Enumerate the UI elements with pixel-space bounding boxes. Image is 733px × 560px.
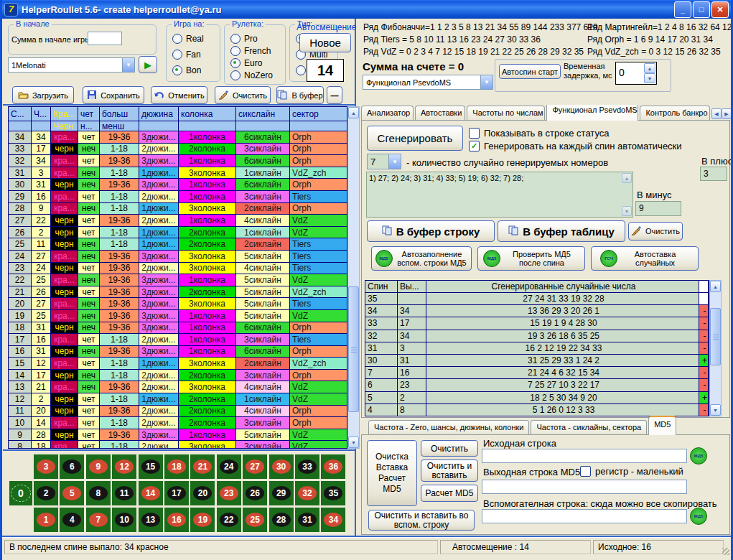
spinner-down-button[interactable]: ▼ — [644, 73, 655, 83]
header-cell[interactable]: Спин — [365, 281, 398, 293]
md5-aux-icon[interactable]: МД5 — [690, 508, 707, 525]
scroll-up-button[interactable]: ▲ — [710, 281, 721, 292]
header-cell[interactable]: Черн — [51, 121, 78, 131]
board-number-cell[interactable]: 25 — [243, 508, 267, 532]
board-number-cell[interactable]: 3 — [34, 454, 58, 479]
table-row[interactable]: 1831черннеч19-363дюжи...1колонка6сиклайн… — [9, 322, 347, 335]
chevron-down-icon[interactable]: ▼ — [388, 154, 401, 169]
copy-row-button[interactable]: В буфер строку — [367, 220, 495, 242]
board-number-cell[interactable]: 8 — [86, 481, 111, 505]
header-cell[interactable]: дюжина — [139, 107, 179, 121]
tab-частота-сиклайны-сектора[interactable]: Частота - сиклайны, сектора — [531, 420, 647, 435]
autogen-checkbox[interactable]: ✓ Генерировать на каждый спин автоматиче… — [469, 141, 682, 151]
plus-field[interactable]: 3 — [700, 167, 727, 181]
chevron-down-icon[interactable]: ▼ — [122, 58, 134, 72]
table-row[interactable]: 3434кра...чет19-363дюжи...1колонка6сикла… — [9, 131, 347, 144]
отменить-button[interactable]: Отменить — [151, 86, 207, 104]
header-cell[interactable] — [290, 121, 347, 131]
board-number-cell[interactable]: 29 — [269, 481, 294, 505]
board-number-cell[interactable]: 7 — [86, 508, 111, 532]
board-number-cell[interactable]: 2 — [34, 481, 58, 505]
tab-scroll-left-button[interactable]: ◀ — [711, 108, 722, 119]
play-button[interactable]: ▶ — [139, 56, 157, 73]
tab-контроль-банкро[interactable]: Контроль банкро — [640, 106, 710, 121]
board-number-cell[interactable]: 27 — [243, 454, 267, 479]
radio-game-real[interactable]: Real — [172, 34, 204, 44]
table-row[interactable]: 313кра...неч1-181дюжи...3колонка1сиклайн… — [9, 167, 347, 179]
md5-run-icon[interactable]: МД5 — [690, 447, 707, 465]
generated-textarea[interactable]: 1) 27; 2) 24; 3) 31; 4) 33; 5) 19; 6) 32… — [366, 172, 633, 218]
board-number-cell[interactable]: 24 — [217, 454, 241, 479]
chevron-down-icon[interactable]: ▼ — [480, 75, 492, 89]
board-number-cell[interactable]: 16 — [164, 508, 189, 532]
table-row[interactable]: 2225кра...неч19-363дюжи...1колонка5сикла… — [9, 274, 347, 286]
profile-combobox[interactable]: 1Melonati ▼ — [8, 57, 135, 73]
board-number-cell[interactable]: 22 — [217, 508, 241, 532]
table-row[interactable]: 2511черннеч1-181дюжи...2колонка2сиклайнT… — [9, 238, 347, 251]
new-shift-button[interactable]: Новое — [299, 33, 351, 52]
generate-button[interactable]: Сгенерировать — [367, 126, 463, 151]
board-number-cell[interactable]: 4 — [60, 508, 84, 532]
board-number-cell[interactable]: 21 — [190, 454, 215, 479]
gen-table-row[interactable]: 71621 24 4 6 32 15 34- — [365, 367, 709, 379]
table-row[interactable]: 2722чернчет19-362дюжи...1колонка4сиклайн… — [9, 215, 347, 227]
scroll-down-button[interactable]: ▼ — [710, 404, 721, 416]
gen-table-row[interactable]: 485 1 26 0 12 3 33- — [365, 404, 709, 416]
function-combobox[interactable]: Функционал PsevdoMS ▼ — [363, 75, 493, 90]
gen-table-row[interactable]: 5218 2 5 30 34 9 20+ — [365, 392, 709, 404]
minus-field[interactable]: 9 — [635, 201, 681, 216]
gen-table-row[interactable]: 303131 25 29 33 1 24 2+ — [365, 355, 709, 367]
header-cell[interactable]: Вы... — [398, 281, 426, 293]
scroll-up-button[interactable]: ▲ — [622, 173, 632, 183]
table-row[interactable]: 2324чернчет19-362дюжи...3колонка4сиклайн… — [9, 263, 347, 275]
board-number-cell[interactable]: 9 — [86, 454, 111, 479]
lowercase-checkbox[interactable]: регистр - маленький — [580, 466, 683, 477]
window-titlebar[interactable]: 7 HelperRoullet 5.6- create helperroulle… — [0, 0, 733, 19]
board-number-cell[interactable]: 14 — [139, 481, 163, 505]
board-number-cell[interactable]: 31 — [295, 508, 319, 532]
tab-scroll-right-button[interactable]: ▶ — [722, 108, 732, 119]
header-cell[interactable]: менш — [100, 121, 139, 131]
board-zero-cell[interactable]: 0 — [9, 481, 32, 505]
gen-table-row[interactable]: 323419 3 26 18 6 35 25- — [365, 330, 709, 342]
scroll-down-button[interactable]: ▼ — [622, 206, 632, 216]
header-cell[interactable] — [236, 121, 290, 131]
table-row[interactable]: 1716кра...чет1-182дюжи...1колонка3сиклай… — [9, 334, 347, 346]
board-number-cell[interactable]: 13 — [139, 508, 163, 532]
count-combobox[interactable]: 7 ▼ — [367, 154, 401, 169]
tab-анализатор[interactable]: Анализатор — [361, 106, 414, 121]
radio-roulette-pro[interactable]: Pro — [230, 34, 258, 44]
board-number-cell[interactable]: 34 — [321, 508, 345, 532]
table-row[interactable]: 289кра...неч1-181дюжи...3колонка2сиклайн… — [9, 203, 347, 215]
check-md5-button[interactable]: МД5 Проверить МД5 после спина — [477, 246, 585, 271]
spinner-up-button[interactable]: ▲ — [644, 63, 655, 73]
header-cell[interactable] — [32, 121, 51, 131]
tab-частоты-по-числам[interactable]: Частоты по числам — [467, 106, 545, 121]
board-number-cell[interactable]: 12 — [112, 454, 136, 479]
radio-roulette-french[interactable]: French — [230, 46, 271, 56]
spin-table-scrollbar[interactable]: ▲ ▼ — [347, 106, 360, 449]
tab-md5[interactable]: MD5 — [648, 416, 676, 435]
board-number-cell[interactable]: 11 — [112, 481, 136, 505]
header-cell[interactable] — [9, 121, 32, 131]
table-row[interactable]: 1631черннеч19-363дюжи...1колонка6сиклайн… — [9, 346, 347, 358]
board-number-cell[interactable]: 15 — [139, 454, 163, 479]
board-number-cell[interactable]: 20 — [190, 481, 215, 505]
table-row[interactable]: 1925кра...неч19-363дюжи...1колонка5сикла… — [9, 310, 347, 322]
autofill-md5-button[interactable]: МД5 Автозаполнение вспом. строки МД5 — [371, 246, 472, 271]
board-number-cell[interactable]: 32 — [295, 481, 319, 505]
table-row[interactable]: 122чернчет1-181дюжи...2колонка1сиклайнVd… — [9, 393, 347, 406]
close-button[interactable]: ✕ — [711, 1, 729, 18]
table-row[interactable]: 1014кра...чет1-182дюжи...2колонка3сиклай… — [9, 417, 347, 429]
board-number-cell[interactable]: 26 — [243, 481, 267, 505]
gen-table-scrollbar[interactable]: ▲ ▼ — [709, 280, 722, 416]
board-number-cell[interactable]: 33 — [295, 454, 319, 479]
md5-clear-paste-button[interactable]: Очистить и вставить — [421, 459, 478, 482]
autobet-random-button[interactable]: ГСЧ Автоставка случайных — [591, 246, 699, 271]
сохранить-button[interactable]: Сохранить — [83, 86, 144, 104]
radio-game-fan[interactable]: Fan — [172, 50, 201, 60]
autospin-start-button[interactable]: Автоспин старт — [499, 64, 561, 79]
board-number-cell[interactable]: 30 — [269, 454, 294, 479]
md5-calc-button[interactable]: Расчет MD5 — [421, 485, 478, 502]
resize-grip[interactable] — [722, 548, 729, 555]
